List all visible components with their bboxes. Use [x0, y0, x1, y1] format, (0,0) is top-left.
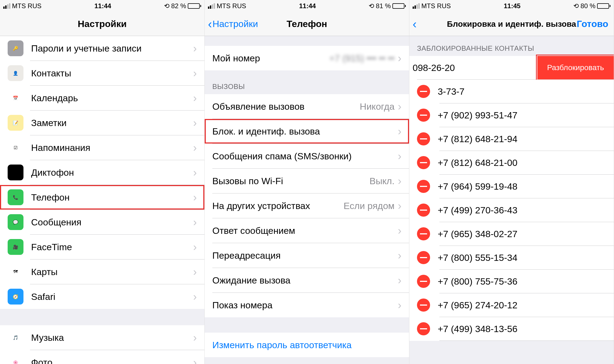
settings-row[interactable]: 📝 Заметки ›: [0, 111, 204, 135]
app-icon: 💬: [8, 214, 23, 230]
delete-icon[interactable]: [417, 85, 430, 98]
blocked-contact-row[interactable]: +7 (499) 348-13-56: [409, 317, 614, 341]
blocked-contacts-screen: MTS RUS 11:45 ⟲ 80 % ‹ Блокировка и иден…: [409, 0, 614, 364]
delete-icon[interactable]: [417, 322, 430, 335]
my-number-row[interactable]: Мой номер +7 (915) ••• •• •• ›: [205, 46, 409, 70]
done-button[interactable]: Готово: [577, 19, 608, 29]
battery-icon: [188, 3, 201, 9]
page-title: Настройки: [78, 19, 127, 29]
row-label: Карты: [31, 267, 193, 277]
carrier-label: MTS RUS: [12, 2, 41, 10]
row-label: Сообщения спама (SMS/звонки): [212, 151, 398, 162]
app-icon: 📝: [8, 115, 23, 131]
blocked-contact-row[interactable]: +7 (812) 648-21-00: [409, 151, 614, 174]
blocked-number: +7 (499) 270-36-43: [438, 205, 606, 216]
unblock-button[interactable]: Разблокировать: [537, 56, 614, 79]
settings-content[interactable]: 🔑 Пароли и учетные записи › 👤 Контакты ›…: [0, 36, 204, 364]
clock: 11:44: [299, 2, 316, 10]
settings-row[interactable]: 📅 Календарь ›: [0, 86, 204, 110]
row-label: Диктофон: [31, 167, 193, 178]
blocked-contact-row[interactable]: +7 (812) 648-21-94: [409, 127, 614, 151]
chevron-right-icon: ›: [398, 299, 401, 311]
settings-row[interactable]: 🗺 Карты ›: [0, 259, 204, 284]
blocked-number: 3-73-7: [438, 86, 606, 97]
chevron-right-icon: ›: [193, 332, 197, 344]
settings-row[interactable]: 👤 Контакты ›: [0, 61, 204, 85]
phone-setting-row[interactable]: Блок. и идентиф. вызова ›: [205, 119, 409, 144]
row-label: На других устройствах: [212, 201, 344, 211]
phone-setting-row[interactable]: Объявление вызовов Никогда ›: [205, 94, 409, 119]
chevron-right-icon: ›: [193, 216, 197, 228]
blocked-contact-row[interactable]: 3-73-7: [409, 80, 614, 103]
settings-row[interactable]: 🧭 Safari ›: [0, 284, 204, 309]
clock: 11:45: [504, 2, 520, 10]
settings-row[interactable]: 🌸 Фото ›: [0, 350, 204, 364]
blocked-number: +7 (812) 648-21-94: [438, 134, 606, 144]
chevron-right-icon: ›: [193, 117, 197, 129]
blocked-contact-row[interactable]: +7 (800) 555-15-34: [409, 246, 614, 269]
row-label: FaceTime: [31, 242, 193, 252]
chevron-right-icon: ›: [193, 191, 197, 204]
blocked-contact-row[interactable]: +7 (965) 348-02-27: [409, 222, 614, 246]
blocked-contact-row[interactable]: +7 (964) 599-19-48: [409, 175, 614, 198]
phone-setting-row[interactable]: Показ номера ›: [205, 293, 409, 317]
chevron-right-icon: ›: [193, 67, 197, 79]
phone-setting-row[interactable]: Переадресация ›: [205, 243, 409, 268]
delete-icon[interactable]: [417, 180, 430, 193]
row-label: Объявление вызовов: [212, 101, 360, 112]
blocked-contact-row[interactable]: +7 (800) 755-75-36: [409, 270, 614, 293]
delete-icon[interactable]: [417, 227, 430, 240]
app-icon: 🔑: [8, 40, 23, 56]
settings-row[interactable]: ☑ Напоминания ›: [0, 135, 204, 160]
back-button[interactable]: ‹ Настройки: [208, 18, 258, 30]
settings-row[interactable]: 🎵 Музыка ›: [0, 325, 204, 350]
chevron-right-icon: ›: [193, 356, 197, 364]
blocked-number: +7 (964) 599-19-48: [438, 181, 606, 192]
blocked-number: +7 (965) 274-20-12: [438, 300, 606, 311]
delete-icon[interactable]: [417, 204, 430, 217]
nav-bar: ‹ Настройки Телефон: [205, 12, 409, 36]
clock: 11:44: [94, 2, 111, 10]
row-label: Напоминания: [31, 142, 193, 153]
app-icon: ☑: [8, 140, 23, 156]
phone-content[interactable]: Мой номер +7 (915) ••• •• •• › ВЫЗОВЫ Об…: [205, 36, 409, 364]
row-label: Фото: [31, 357, 193, 364]
back-button[interactable]: ‹: [413, 18, 417, 30]
phone-setting-row[interactable]: Ответ сообщением ›: [205, 218, 409, 243]
phone-setting-row[interactable]: Сообщения спама (SMS/звонки) ›: [205, 144, 409, 168]
row-label: Телефон: [31, 192, 193, 203]
phone-setting-row[interactable]: На других устройствах Если рядом ›: [205, 193, 409, 218]
app-icon: 🌸: [8, 354, 23, 364]
row-label: Календарь: [31, 93, 193, 103]
settings-row[interactable]: 📞 Телефон ›: [0, 185, 204, 210]
blocked-content[interactable]: ЗАБЛОКИРОВАННЫЕ КОНТАКТЫ 098-26-20 Разбл…: [409, 36, 614, 364]
app-icon: 📞: [8, 189, 23, 205]
blocked-swiped-row[interactable]: 098-26-20 Разблокировать: [409, 56, 614, 79]
settings-row[interactable]: 🎥 FaceTime ›: [0, 235, 204, 259]
delete-icon[interactable]: [417, 132, 430, 145]
change-voicemail-password-link[interactable]: Изменить пароль автоответчика: [205, 333, 409, 357]
blocked-contact-row[interactable]: +7 (902) 993-51-47: [409, 103, 614, 127]
blocked-contact-row[interactable]: +7 (965) 274-20-12: [409, 293, 614, 317]
chevron-right-icon: ›: [193, 92, 197, 104]
delete-icon[interactable]: [417, 299, 430, 312]
settings-row[interactable]: 🔑 Пароли и учетные записи ›: [0, 36, 204, 61]
delete-icon[interactable]: [417, 109, 430, 122]
battery-pct: 82 %: [171, 2, 186, 10]
settings-row[interactable]: 💬 Сообщения ›: [0, 210, 204, 234]
chevron-right-icon: ›: [193, 166, 197, 179]
battery-icon: [392, 3, 406, 9]
delete-icon[interactable]: [417, 251, 430, 264]
chevron-right-icon: ›: [193, 291, 197, 303]
blocked-contact-row[interactable]: +7 (499) 270-36-43: [409, 198, 614, 222]
orientation-lock-icon: ⟲: [573, 2, 579, 10]
delete-icon[interactable]: [417, 275, 430, 288]
chevron-right-icon: ›: [398, 125, 401, 138]
chevron-right-icon: ›: [193, 42, 197, 55]
delete-icon[interactable]: [417, 156, 430, 169]
settings-row[interactable]: 🎙 Диктофон ›: [0, 160, 204, 185]
phone-setting-row[interactable]: Ожидание вызова ›: [205, 268, 409, 293]
app-icon: 🧭: [8, 289, 23, 305]
app-icon: 📅: [8, 90, 23, 106]
phone-setting-row[interactable]: Вызовы по Wi-Fi Выкл. ›: [205, 169, 409, 193]
